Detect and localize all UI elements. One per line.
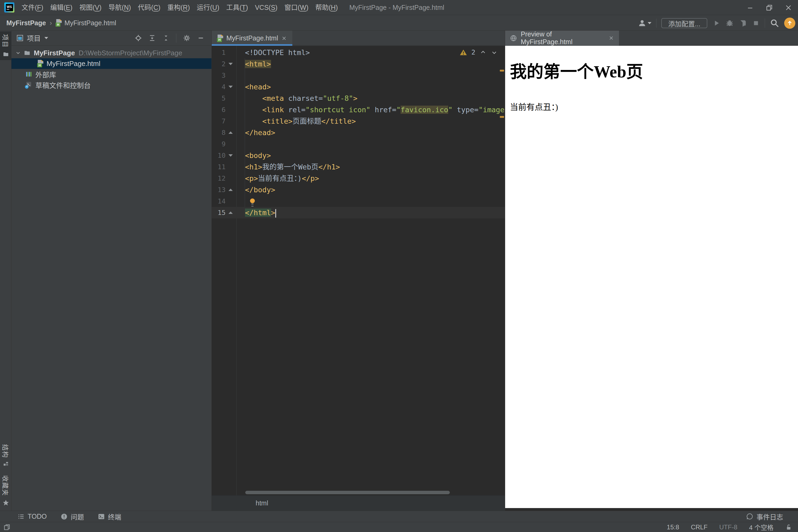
breadcrumb: MyFirstPage › H MyFirstPage.html	[6, 19, 116, 27]
fold-spacer	[226, 93, 236, 104]
minimize-button[interactable]	[741, 0, 760, 15]
code-text: <head>	[236, 81, 271, 93]
indent-setting[interactable]: 4 个空格	[749, 522, 774, 532]
project-panel-header: 项目	[12, 31, 211, 45]
globe-icon	[510, 35, 517, 42]
prev-problem-icon[interactable]	[480, 49, 487, 56]
code-line-14[interactable]: 14	[212, 195, 505, 207]
add-configuration-button[interactable]: 添加配置...	[661, 18, 707, 28]
breadcrumb-html-tag[interactable]: html	[255, 499, 268, 507]
code-line-10[interactable]: 10<body>	[212, 150, 505, 161]
warning-stripe-mark[interactable]	[500, 70, 504, 72]
editor-caret	[275, 209, 276, 217]
code-text: </head>	[236, 127, 275, 138]
collapse-all-icon[interactable]	[162, 34, 170, 42]
close-button[interactable]	[779, 0, 798, 15]
menu-item-r[interactable]: 重构(R)	[164, 0, 193, 15]
menu-item-f[interactable]: 文件(F)	[18, 0, 47, 15]
restore-button[interactable]	[760, 0, 779, 15]
caret-position[interactable]: 15:8	[667, 524, 679, 531]
menu-item-t[interactable]: 工具(T)	[223, 0, 252, 15]
chevron-expanded-icon[interactable]	[15, 50, 21, 56]
next-problem-icon[interactable]	[491, 49, 498, 56]
navigation-bar: MyFirstPage › H MyFirstPage.html 添加配置...	[0, 15, 798, 31]
line-separator[interactable]: CRLF	[691, 524, 707, 531]
breadcrumb-project[interactable]: MyFirstPage	[6, 19, 46, 27]
preview-tab[interactable]: Preview of MyFirstPage.html	[505, 31, 619, 45]
close-tab-icon[interactable]	[608, 35, 614, 41]
tool-window-button-structure[interactable]: 结构	[0, 441, 12, 470]
problems-label: 问题	[71, 512, 84, 521]
debug-bug-icon	[725, 19, 734, 27]
terminal-icon	[98, 513, 105, 520]
code-editor[interactable]: 1<!DOCTYPE html>2<html>34<head>5 <meta c…	[212, 46, 505, 495]
intention-bulb-icon[interactable]	[250, 198, 255, 206]
fold-marker-icon[interactable]	[226, 127, 236, 138]
warning-stripe-mark[interactable]	[500, 116, 504, 118]
fold-marker-icon[interactable]	[226, 184, 236, 195]
code-text: <p>当前有点丑：)</p>	[236, 173, 319, 184]
tool-window-button-project[interactable]: 项目	[0, 32, 12, 60]
tool-window-button-favorites[interactable]: 收藏夹	[0, 473, 12, 509]
project-panel-title[interactable]: 项目	[27, 33, 41, 43]
fold-marker-icon[interactable]	[226, 150, 236, 161]
event-log-balloon-icon	[746, 513, 753, 520]
fold-marker-icon[interactable]	[226, 207, 236, 218]
editor-tab-myfirstpage[interactable]: H MyFirstPage.html	[212, 31, 292, 46]
code-line-4[interactable]: 4<head>	[212, 81, 505, 93]
tree-row-project-root[interactable]: MyFirstPage D:\WebStormProject\MyFirstPa…	[12, 48, 211, 58]
fold-marker-icon[interactable]	[226, 58, 236, 70]
menu-item-c[interactable]: 代码(C)	[134, 0, 164, 15]
menu-item-v[interactable]: 视图(V)	[76, 0, 105, 15]
code-line-11[interactable]: 11<h1>我的第一个Web页</h1>	[212, 161, 505, 173]
menu-item-n[interactable]: 导航(N)	[105, 0, 135, 15]
code-text: <html>	[236, 58, 271, 70]
search-everywhere-icon[interactable]	[770, 18, 779, 28]
menu-item-h[interactable]: 帮助(H)	[312, 0, 341, 15]
menu-item-e[interactable]: 编辑(E)	[47, 0, 76, 15]
code-line-12[interactable]: 12<p>当前有点丑：)</p>	[212, 173, 505, 184]
gear-icon[interactable]	[183, 34, 191, 42]
tree-row-scratches[interactable]: 草稿文件和控制台	[12, 79, 211, 90]
close-tab-icon[interactable]	[281, 35, 287, 41]
menu-item-s[interactable]: VCS(S)	[251, 0, 281, 15]
preview-paragraph: 当前有点丑：)	[510, 100, 798, 112]
update-available-icon[interactable]	[784, 18, 795, 29]
libraries-icon	[25, 71, 32, 78]
locate-file-icon[interactable]	[135, 34, 142, 42]
toolwindow-switcher-icon[interactable]	[3, 524, 11, 531]
menu-mnemonic: R	[183, 4, 188, 11]
tree-row-external-libraries[interactable]: 外部库	[12, 69, 211, 79]
tree-file-name: MyFirstPage.html	[46, 60, 100, 68]
editor-pane: H MyFirstPage.html 1<!DOCTYPE html>2<htm…	[211, 31, 505, 511]
expand-all-icon[interactable]	[148, 34, 156, 42]
tree-row-html-file[interactable]: H MyFirstPage.html	[12, 58, 211, 69]
unlock-icon[interactable]	[785, 524, 792, 531]
code-line-2[interactable]: 2<html>	[212, 58, 505, 70]
code-line-5[interactable]: 5 <meta charset="utf-8">	[212, 93, 505, 104]
tool-window-button-terminal[interactable]: 终端	[98, 512, 121, 521]
code-line-8[interactable]: 8</head>	[212, 127, 505, 138]
terminal-label: 终端	[108, 512, 121, 521]
tool-window-button-problems[interactable]: 问题	[61, 512, 84, 521]
hide-panel-icon[interactable]	[197, 34, 205, 42]
chevron-down-icon[interactable]	[44, 37, 48, 39]
file-encoding[interactable]: UTF-8	[719, 524, 737, 531]
code-line-7[interactable]: 7 <title>页面标题</title>	[212, 115, 505, 127]
preview-pane: Preview of MyFirstPage.html 我的第一个Web页 当前…	[505, 31, 798, 511]
fold-marker-icon[interactable]	[226, 81, 236, 93]
menu-item-u[interactable]: 运行(U)	[193, 0, 223, 15]
user-account-icon[interactable]	[638, 19, 651, 28]
tool-window-button-todo[interactable]: TODO	[18, 512, 47, 521]
code-line-13[interactable]: 13</body>	[212, 184, 505, 195]
inspections-widget[interactable]: 2	[460, 49, 498, 56]
code-line-9[interactable]: 9	[212, 138, 505, 150]
code-line-6[interactable]: 6 <link rel="shortcut icon" href="favico…	[212, 104, 505, 115]
menu-item-w[interactable]: 窗口(W)	[281, 0, 312, 15]
todo-label: TODO	[28, 513, 47, 520]
breadcrumb-file[interactable]: MyFirstPage.html	[64, 19, 116, 27]
code-line-15[interactable]: 15</html>	[212, 207, 505, 218]
code-line-3[interactable]: 3	[212, 70, 505, 81]
tool-window-button-event-log[interactable]: 事件日志	[746, 512, 783, 521]
horizontal-scrollbar[interactable]	[245, 491, 450, 494]
